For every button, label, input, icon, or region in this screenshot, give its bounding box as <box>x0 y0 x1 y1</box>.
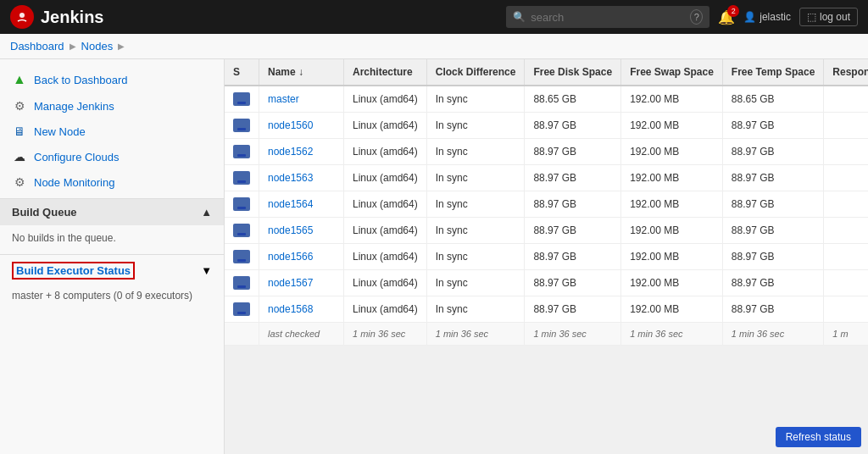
row-temp: 88.97 GB <box>722 218 823 244</box>
node-monitoring-link[interactable]: Node Monitoring <box>34 176 114 189</box>
main-layout: ▲ Back to Dashboard ⚙ Manage Jenkins 🖥 N… <box>0 59 868 454</box>
row-swap: 192.00 MB <box>621 218 723 244</box>
build-executor-collapse-icon: ▼ <box>201 264 212 277</box>
build-queue-header[interactable]: Build Queue ▲ <box>0 199 224 225</box>
sidebar-item-node-monitoring[interactable]: ⚙ Node Monitoring <box>0 169 224 195</box>
app-logo[interactable]: Jenkins <box>10 5 103 29</box>
node-link[interactable]: node1562 <box>268 146 313 158</box>
row-clock: In sync <box>426 296 525 323</box>
row-status <box>225 113 259 139</box>
notifications-bell[interactable]: 🔔 2 <box>718 9 735 25</box>
row-disk: 88.97 GB <box>525 113 621 139</box>
sidebar-item-back-dashboard[interactable]: ▲ Back to Dashboard <box>0 66 224 93</box>
node-link[interactable]: node1560 <box>268 119 313 131</box>
col-header-clock[interactable]: Clock Difference <box>426 59 525 86</box>
table-header-row: S Name ↓ Architecture Clock Difference F… <box>225 59 868 86</box>
row-arch: Linux (amd64) <box>344 218 427 244</box>
row-swap: 192.00 MB <box>621 244 723 270</box>
sidebar-item-manage-jenkins[interactable]: ⚙ Manage Jenkins <box>0 93 224 119</box>
row-disk: 88.97 GB <box>525 244 621 270</box>
build-executor-header[interactable]: Build Executor Status ▼ <box>0 255 224 286</box>
table-row: node1567 Linux (amd64) In sync 88.97 GB … <box>225 270 868 296</box>
row-name: node1567 <box>259 270 344 296</box>
node-link[interactable]: node1564 <box>268 198 313 210</box>
row-name: node1562 <box>259 139 344 165</box>
row-name: master <box>259 86 344 113</box>
breadcrumb-nodes[interactable]: Nodes <box>81 40 114 53</box>
logout-button[interactable]: ⬚ log out <box>799 8 858 26</box>
help-icon[interactable]: ? <box>690 9 703 25</box>
user-icon: 👤 <box>743 11 756 23</box>
node-status-icon <box>233 276 250 290</box>
row-response <box>824 165 868 191</box>
row-disk: 88.97 GB <box>525 139 621 165</box>
row-name: node1564 <box>259 191 344 218</box>
row-disk: 88.97 GB <box>525 296 621 323</box>
last-checked-disk: 1 min 36 sec <box>525 323 621 346</box>
col-header-swap[interactable]: Free Swap Space <box>621 59 723 86</box>
col-header-disk[interactable]: Free Disk Space <box>525 59 621 86</box>
search-input[interactable] <box>531 11 685 24</box>
breadcrumb-dashboard[interactable]: Dashboard <box>10 40 64 53</box>
node-link[interactable]: node1563 <box>268 172 313 184</box>
logo-icon <box>10 5 34 29</box>
nodes-table: S Name ↓ Architecture Clock Difference F… <box>225 59 868 346</box>
user-menu[interactable]: 👤 jelastic <box>743 11 791 23</box>
row-disk: 88.97 GB <box>525 191 621 218</box>
row-swap: 192.00 MB <box>621 86 723 113</box>
breadcrumb: Dashboard ▶ Nodes ▶ <box>0 34 868 59</box>
node-link[interactable]: node1568 <box>268 303 313 315</box>
logout-icon: ⬚ <box>807 11 816 23</box>
row-status <box>225 244 259 270</box>
sidebar: ▲ Back to Dashboard ⚙ Manage Jenkins 🖥 N… <box>0 59 225 454</box>
svg-point-1 <box>19 13 25 18</box>
row-temp: 88.97 GB <box>722 191 823 218</box>
table-row: node1560 Linux (amd64) In sync 88.97 GB … <box>225 113 868 139</box>
sidebar-item-configure-clouds[interactable]: ☁ Configure Clouds <box>0 144 224 169</box>
configure-clouds-link[interactable]: Configure Clouds <box>34 151 119 163</box>
node-link[interactable]: node1567 <box>268 277 313 289</box>
gear-icon: ⚙ <box>12 99 27 113</box>
node-link[interactable]: node1566 <box>268 251 313 263</box>
node-status-icon <box>233 171 250 185</box>
row-clock: In sync <box>426 113 525 139</box>
col-header-temp[interactable]: Free Temp Space <box>722 59 823 86</box>
node-link[interactable]: master <box>268 93 299 105</box>
row-swap: 192.00 MB <box>621 270 723 296</box>
breadcrumb-sep2: ▶ <box>118 42 125 51</box>
row-status <box>225 139 259 165</box>
node-link[interactable]: node1565 <box>268 224 313 236</box>
col-header-response[interactable]: Response <box>824 59 868 86</box>
refresh-status-button[interactable]: Refresh status <box>776 427 861 447</box>
row-status <box>225 270 259 296</box>
manage-jenkins-link[interactable]: Manage Jenkins <box>34 100 114 113</box>
row-name: node1565 <box>259 218 344 244</box>
row-swap: 192.00 MB <box>621 191 723 218</box>
table-row: node1566 Linux (amd64) In sync 88.97 GB … <box>225 244 868 270</box>
row-status <box>225 218 259 244</box>
col-header-name[interactable]: Name ↓ <box>259 59 344 86</box>
row-name: node1566 <box>259 244 344 270</box>
last-checked-arch: 1 min 36 sec <box>344 323 427 346</box>
row-clock: In sync <box>426 244 525 270</box>
build-queue-content: No builds in the queue. <box>0 225 224 251</box>
back-dashboard-link[interactable]: Back to Dashboard <box>34 74 128 86</box>
build-queue-collapse-icon: ▲ <box>201 206 212 219</box>
row-status <box>225 296 259 323</box>
node-status-icon <box>233 224 250 237</box>
row-temp: 88.97 GB <box>722 270 823 296</box>
search-box[interactable]: 🔍 ? <box>506 6 709 28</box>
arrow-up-icon: ▲ <box>12 72 27 87</box>
col-header-architecture[interactable]: Architecture <box>344 59 427 86</box>
row-swap: 192.00 MB <box>621 296 723 323</box>
search-icon: 🔍 <box>513 11 526 23</box>
build-executor-link[interactable]: Build Executor Status <box>12 262 135 280</box>
row-temp: 88.97 GB <box>722 139 823 165</box>
row-temp: 88.97 GB <box>722 113 823 139</box>
table-row: node1564 Linux (amd64) In sync 88.97 GB … <box>225 191 868 218</box>
row-response <box>824 218 868 244</box>
sidebar-item-new-node[interactable]: 🖥 New Node <box>0 119 224 144</box>
col-header-s[interactable]: S <box>225 59 259 86</box>
new-node-link[interactable]: New Node <box>34 125 86 138</box>
breadcrumb-sep1: ▶ <box>70 42 76 51</box>
